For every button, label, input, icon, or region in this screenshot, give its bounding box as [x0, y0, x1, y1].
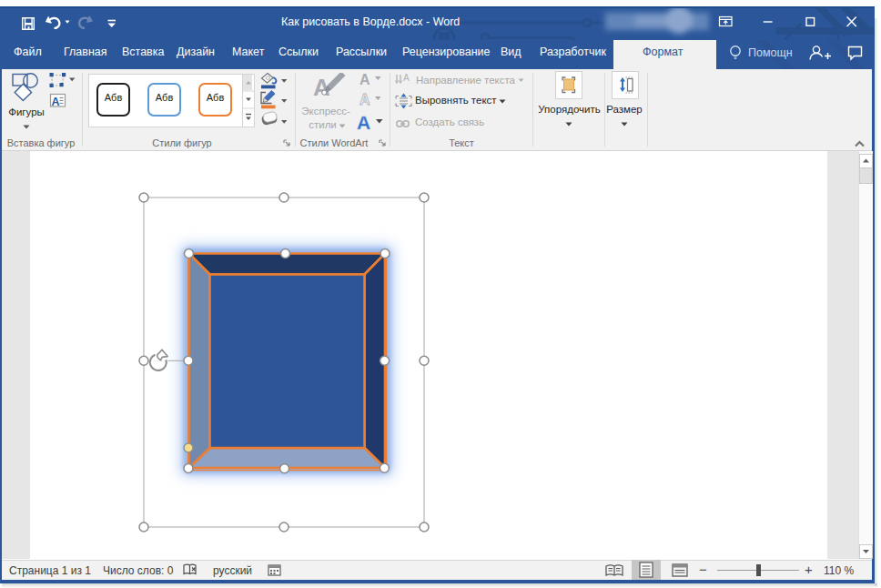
svg-text:A: A: [357, 112, 370, 133]
svg-text:А: А: [403, 73, 410, 83]
svg-text:A: A: [52, 96, 60, 108]
svg-text:A: A: [359, 72, 370, 87]
svg-text:A: A: [359, 92, 370, 107]
